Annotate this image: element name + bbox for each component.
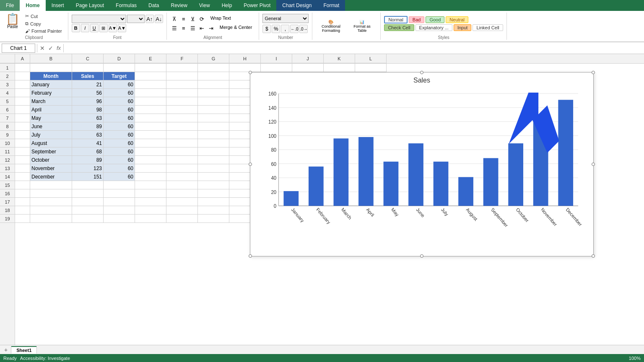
cell-D4[interactable]: 60 [104, 89, 135, 97]
cell-C5[interactable]: 96 [72, 97, 104, 106]
cell-D12[interactable]: 60 [104, 156, 135, 164]
row-num-16[interactable]: 16 [0, 189, 15, 198]
corner-cell[interactable] [0, 54, 15, 63]
cell-F9[interactable] [166, 131, 198, 139]
cell-B3[interactable]: January [30, 80, 72, 89]
tab-insert[interactable]: Insert [46, 0, 70, 11]
align-right-button[interactable]: ☰ [189, 24, 197, 32]
col-header-K[interactable]: K [324, 54, 355, 63]
cell-A1[interactable] [15, 64, 30, 72]
style-normal[interactable]: Normal [384, 16, 407, 23]
cell-B19[interactable] [30, 215, 72, 223]
chart-container[interactable]: Sales 020406080100120140160JanuaryFebrua… [250, 72, 594, 256]
cell-J1[interactable] [292, 64, 324, 72]
cell-D7[interactable]: 60 [104, 114, 135, 122]
cell-E1[interactable] [135, 64, 166, 72]
row-num-6[interactable]: 6 [0, 106, 15, 114]
cell-B6[interactable]: April [30, 106, 72, 114]
row-num-1[interactable]: 1 [0, 64, 15, 72]
cell-E8[interactable] [135, 122, 166, 131]
cell-D8[interactable]: 60 [104, 122, 135, 131]
col-header-A[interactable]: A [15, 54, 30, 63]
cell-G1[interactable] [198, 64, 229, 72]
cell-K1[interactable] [324, 64, 355, 72]
col-header-I[interactable]: I [261, 54, 292, 63]
cell-F5[interactable] [166, 97, 198, 106]
cell-A8[interactable] [15, 122, 30, 131]
sheet-tab-sheet1[interactable]: Sheet1 [11, 346, 37, 354]
cell-F8[interactable] [166, 122, 198, 131]
cell-E3[interactable] [135, 80, 166, 89]
cell-C2[interactable]: Sales [72, 72, 104, 80]
cell-A12[interactable] [15, 156, 30, 164]
decrease-font-button[interactable]: A↓ [155, 15, 163, 23]
cell-F12[interactable] [166, 156, 198, 164]
cell-E6[interactable] [135, 106, 166, 114]
align-top-button[interactable]: ⊼ [170, 15, 179, 23]
cell-C16[interactable] [72, 189, 104, 198]
col-header-G[interactable]: G [198, 54, 229, 63]
cell-B18[interactable] [30, 206, 72, 215]
cell-D5[interactable]: 60 [104, 97, 135, 106]
border-button[interactable]: ⊞ [99, 24, 108, 32]
cell-D14[interactable]: 60 [104, 173, 135, 181]
underline-button[interactable]: U [90, 24, 99, 32]
row-num-10[interactable]: 10 [0, 139, 15, 147]
cell-G3[interactable] [198, 80, 229, 89]
number-format-select[interactable]: General [262, 14, 309, 23]
cell-A3[interactable] [15, 80, 30, 89]
cell-A16[interactable] [15, 189, 30, 198]
cell-C4[interactable]: 56 [72, 89, 104, 97]
cell-C8[interactable]: 89 [72, 122, 104, 131]
col-header-L[interactable]: L [355, 54, 387, 63]
cell-C13[interactable]: 123 [72, 164, 104, 173]
cell-E7[interactable] [135, 114, 166, 122]
cut-button[interactable]: ✂ Cut [23, 13, 65, 20]
align-bottom-button[interactable]: ⊻ [189, 15, 197, 23]
cell-G9[interactable] [198, 131, 229, 139]
add-sheet-button[interactable]: + [2, 346, 10, 354]
font-family-select[interactable] [72, 15, 126, 23]
cell-G7[interactable] [198, 114, 229, 122]
tab-view[interactable]: View [193, 0, 216, 11]
cell-A18[interactable] [15, 206, 30, 215]
increase-decimal-button[interactable]: .0→ [299, 25, 308, 33]
cell-B4[interactable]: February [30, 89, 72, 97]
style-bad[interactable]: Bad [409, 16, 425, 23]
align-left-button[interactable]: ☰ [170, 24, 179, 32]
cell-G12[interactable] [198, 156, 229, 164]
col-header-D[interactable]: D [104, 54, 135, 63]
row-num-3[interactable]: 3 [0, 80, 15, 89]
cell-A5[interactable] [15, 97, 30, 106]
cell-A13[interactable] [15, 164, 30, 173]
chart-handle-br[interactable] [592, 254, 595, 258]
cell-F15[interactable] [166, 181, 198, 189]
cell-E11[interactable] [135, 147, 166, 156]
cell-B17[interactable] [30, 198, 72, 206]
cell-B12[interactable]: October [30, 156, 72, 164]
cell-D11[interactable]: 60 [104, 147, 135, 156]
cell-F6[interactable] [166, 106, 198, 114]
row-num-17[interactable]: 17 [0, 198, 15, 206]
cell-A15[interactable] [15, 181, 30, 189]
cell-A7[interactable] [15, 114, 30, 122]
cell-B5[interactable]: March [30, 97, 72, 106]
cell-E10[interactable] [135, 139, 166, 147]
orientation-button[interactable]: ⟳ [198, 15, 206, 23]
chart-handle-mr[interactable] [592, 163, 595, 166]
cell-H1[interactable] [229, 64, 261, 72]
row-num-13[interactable]: 13 [0, 164, 15, 173]
tab-formulas[interactable]: Formulas [110, 0, 143, 11]
style-linked-cell[interactable]: Linked Cell [473, 24, 503, 31]
cell-D3[interactable]: 60 [104, 80, 135, 89]
cell-F17[interactable] [166, 198, 198, 206]
cell-D17[interactable] [104, 198, 135, 206]
col-header-C[interactable]: C [72, 54, 104, 63]
cell-A2[interactable] [15, 72, 30, 80]
wrap-text-button[interactable]: Wrap Text [207, 15, 234, 23]
cell-A11[interactable] [15, 147, 30, 156]
cell-B16[interactable] [30, 189, 72, 198]
cell-G16[interactable] [198, 189, 229, 198]
cancel-icon[interactable]: ✕ [39, 44, 46, 52]
tab-data[interactable]: Data [143, 0, 165, 11]
